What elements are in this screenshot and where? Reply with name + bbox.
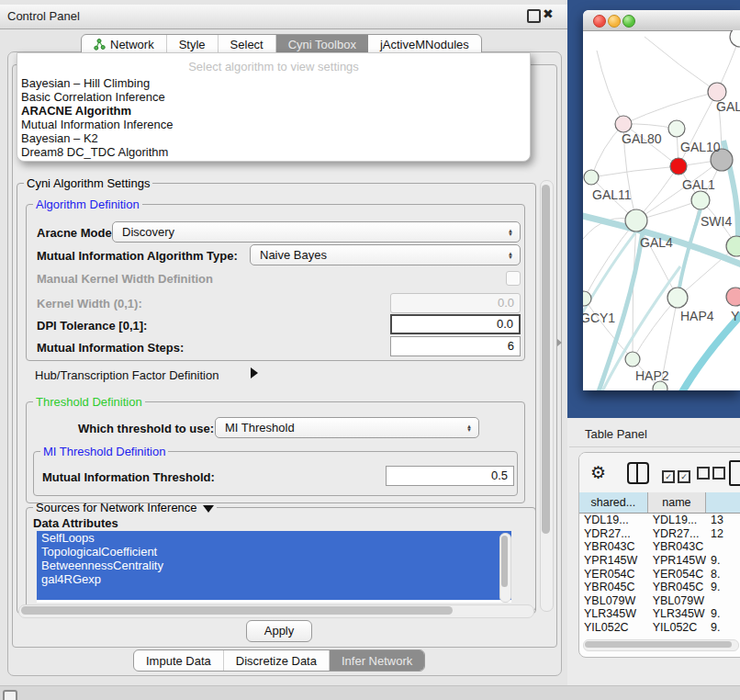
close-icon[interactable]: ✖: [543, 6, 554, 21]
network-node[interactable]: [708, 83, 726, 101]
table-row[interactable]: YDR27...YDR27...12: [579, 527, 740, 541]
select-all-checkboxes-icon[interactable]: ✓✓: [662, 467, 693, 483]
mi-steps-field[interactable]: 6: [390, 336, 521, 356]
table-cell: YDL19...: [579, 514, 648, 526]
column-layout-icon[interactable]: [627, 462, 649, 484]
network-graph-canvas[interactable]: GALGAL80GAL10GAL11GAL1SWI4GAL4GCY1HAP4YH…: [583, 30, 740, 390]
hub-definition-toggle[interactable]: Hub/Transcription Factor Definition: [35, 368, 219, 382]
zoom-traffic-light-icon[interactable]: [622, 15, 635, 28]
table-cell: 9.: [706, 554, 740, 567]
network-node[interactable]: [625, 209, 647, 231]
table-panel-titlebar: Table Panel: [569, 419, 740, 447]
deselect-all-checkboxes-icon[interactable]: [697, 467, 728, 483]
network-node-label: GAL4: [640, 235, 673, 250]
algorithm-option[interactable]: Bayesian – Hill Climbing: [17, 76, 530, 90]
network-node[interactable]: [730, 30, 740, 47]
table-column-header[interactable]: [706, 492, 740, 513]
table-row[interactable]: YLR345WYLR345W9.: [579, 607, 740, 621]
network-icon: [94, 39, 106, 51]
algorithm-option[interactable]: Basic Correlation Inference: [17, 90, 530, 104]
attribute-item-selected[interactable]: [37, 586, 511, 600]
tab-network[interactable]: Network: [82, 35, 167, 54]
collapse-arrow-icon[interactable]: [203, 505, 214, 513]
tab-cyni-toolbox[interactable]: Cyni Toolbox: [276, 35, 368, 54]
settings-vertical-scrollbar[interactable]: [540, 180, 554, 612]
algorithm-option[interactable]: Bayesian – K2: [17, 131, 530, 145]
expand-arrow-icon[interactable]: [251, 367, 258, 378]
table-cell: YBL079W: [648, 594, 706, 607]
table-row[interactable]: YPR145WYPR145W9.: [579, 554, 740, 568]
which-threshold-select[interactable]: MI Threshold ▲▼: [215, 417, 479, 438]
table-horizontal-scrollbar[interactable]: [583, 639, 739, 651]
dpi-tolerance-field[interactable]: 0.0: [390, 314, 521, 334]
mi-threshold-definition-title: MI Threshold Definition: [40, 445, 168, 458]
tab-discretize-data[interactable]: Discretize Data: [224, 650, 330, 671]
attribute-item-selected[interactable]: gal4RGexp: [37, 572, 511, 586]
float-window-icon[interactable]: [527, 9, 541, 23]
close-traffic-light-icon[interactable]: [593, 15, 606, 28]
table-cell: 8.: [706, 568, 740, 581]
table-row[interactable]: YBL079WYBL079W: [579, 594, 740, 608]
network-edge[interactable]: [645, 37, 717, 92]
algorithm-option-selected[interactable]: ARACNE Algorithm: [17, 104, 530, 118]
network-node[interactable]: [625, 352, 640, 367]
network-node[interactable]: [691, 191, 710, 209]
tab-select[interactable]: Select: [219, 35, 276, 54]
network-edge-highlighted[interactable]: [679, 314, 740, 390]
table-row[interactable]: YER054CYER054C8.: [579, 567, 740, 581]
network-view-window[interactable]: GALGAL80GAL10GAL11GAL1SWI4GAL4GCY1HAP4YH…: [583, 10, 740, 390]
algorithm-option[interactable]: Mutual Information Inference: [17, 118, 530, 131]
network-node[interactable]: [583, 291, 591, 306]
attribute-list-scrollbar[interactable]: [499, 533, 511, 603]
network-window-titlebar[interactable]: [583, 10, 740, 31]
network-edge[interactable]: [597, 51, 623, 124]
algorithm-option[interactable]: Dream8 DC_TDC Algorithm: [17, 145, 530, 159]
algorithm-definition-title: Algorithm Definition: [33, 198, 142, 211]
network-node[interactable]: [615, 116, 632, 132]
settings-horizontal-scrollbar[interactable]: [18, 604, 534, 618]
minimize-traffic-light-icon[interactable]: [608, 15, 621, 28]
attribute-item-selected[interactable]: BetweennessCentrality: [37, 559, 511, 572]
attribute-list: SelfLoops TopologicalCoefficient Between…: [37, 531, 511, 603]
mi-threshold-field[interactable]: 0.5: [386, 466, 514, 486]
aracne-mode-select[interactable]: Discovery ▲▼: [112, 221, 521, 243]
table-row[interactable]: YDL19...YDL19...13: [579, 514, 740, 527]
tab-impute-data[interactable]: Impute Data: [134, 650, 224, 671]
network-node-label: HAP2: [635, 368, 669, 383]
network-node-label: GCY1: [583, 310, 615, 325]
network-edge[interactable]: [591, 166, 678, 177]
panel-splitter-handle-icon[interactable]: [557, 339, 562, 346]
settings-gear-icon[interactable]: ⚙: [590, 462, 606, 483]
table-cell: YPR145W: [579, 554, 648, 567]
aracne-mode-label: Aracne Mode:: [37, 226, 116, 240]
document-icon[interactable]: [729, 460, 740, 486]
attribute-item-selected[interactable]: SelfLoops: [37, 531, 511, 545]
network-node[interactable]: [670, 158, 687, 175]
network-edge[interactable]: [584, 220, 636, 299]
tab-jactivemnodules[interactable]: jActiveMNodules: [368, 35, 481, 54]
network-node[interactable]: [726, 288, 740, 306]
table-row[interactable]: YIL052CYIL052C9.: [579, 621, 740, 635]
table-row[interactable]: YBR045CYBR045C9.: [579, 581, 740, 594]
table-toolbar: ⚙ ✓✓: [579, 453, 740, 493]
apply-button[interactable]: Apply: [246, 620, 312, 642]
tab-infer-network[interactable]: Infer Network: [330, 650, 424, 671]
mi-algorithm-type-select[interactable]: Naive Bayes ▲▼: [250, 244, 521, 265]
network-node[interactable]: [667, 288, 688, 308]
network-node[interactable]: [584, 170, 599, 185]
attribute-item-selected[interactable]: TopologicalCoefficient: [37, 545, 511, 559]
minimized-panel-icon[interactable]: [3, 690, 17, 700]
table-cell: YPR145W: [648, 554, 706, 567]
table-column-header[interactable]: name: [648, 492, 706, 513]
tab-style[interactable]: Style: [167, 35, 219, 54]
kernel-width-field[interactable]: 0.0: [390, 293, 521, 313]
network-edge[interactable]: [591, 124, 623, 177]
table-column-header[interactable]: shared...: [579, 492, 648, 513]
manual-kernel-width-checkbox[interactable]: [506, 271, 521, 286]
sources-title[interactable]: Sources for Network Inference: [33, 501, 217, 514]
table-cell: YLR345W: [579, 607, 648, 620]
network-node[interactable]: [668, 120, 685, 137]
table-cell: 13: [706, 514, 740, 526]
table-row[interactable]: YBR043CYBR043C: [579, 540, 740, 554]
data-attributes-label: Data Attributes: [33, 516, 118, 530]
